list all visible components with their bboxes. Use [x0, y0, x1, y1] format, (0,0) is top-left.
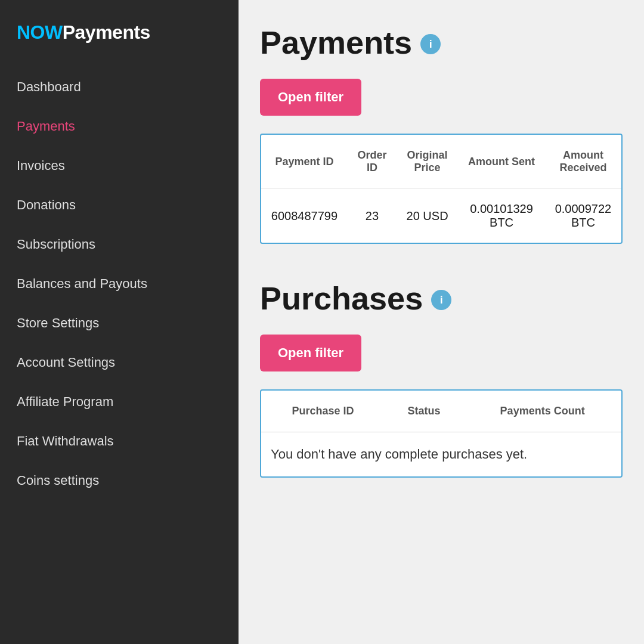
sidebar-item-account-settings[interactable]: Account Settings [0, 343, 239, 382]
payments-table: Payment IDOrderIDOriginalPriceAmount Sen… [261, 135, 621, 243]
payments-table-head: Payment IDOrderIDOriginalPriceAmount Sen… [261, 135, 621, 189]
payments-table-cell: 23 [348, 189, 397, 243]
nav-menu: DashboardPaymentsInvoicesDonationsSubscr… [0, 67, 239, 644]
purchases-title: Purchases [260, 280, 423, 317]
purchases-table-column-header: Status [385, 391, 463, 432]
sidebar-item-donations[interactable]: Donations [0, 185, 239, 225]
sidebar-item-balances-payouts[interactable]: Balances and Payouts [0, 264, 239, 304]
purchases-table-column-header: Payments Count [463, 391, 621, 432]
payments-table-cell: 0.00101329BTC [458, 189, 545, 243]
payments-table-cell: 6008487799 [261, 189, 348, 243]
purchases-info-icon[interactable]: i [431, 290, 451, 310]
sidebar-item-payments[interactable]: Payments [0, 107, 239, 146]
purchases-table: Purchase IDStatusPayments Count [261, 391, 621, 432]
purchases-table-head: Purchase IDStatusPayments Count [261, 391, 621, 432]
payments-table-body: 60084877992320 USD0.00101329BTC0.0009722… [261, 189, 621, 243]
sidebar-item-store-settings[interactable]: Store Settings [0, 304, 239, 343]
logo-payments: Payments [63, 21, 150, 43]
sidebar-item-invoices[interactable]: Invoices [0, 146, 239, 185]
purchases-table-column-header: Purchase ID [261, 391, 385, 432]
main-content: Payments i Open filter Payment IDOrderID… [239, 0, 644, 644]
payments-table-header-row: Payment IDOrderIDOriginalPriceAmount Sen… [261, 135, 621, 189]
sidebar: NOWPayments DashboardPaymentsInvoicesDon… [0, 0, 239, 644]
payments-title: Payments [260, 24, 412, 61]
payments-section-header: Payments i [260, 24, 623, 61]
purchases-open-filter-button[interactable]: Open filter [260, 335, 361, 371]
payments-info-icon[interactable]: i [420, 34, 441, 54]
logo-area: NOWPayments [0, 0, 239, 67]
payments-table-column-header: AmountReceived [545, 135, 621, 189]
sidebar-item-fiat-withdrawals[interactable]: Fiat Withdrawals [0, 422, 239, 461]
purchases-table-header-row: Purchase IDStatusPayments Count [261, 391, 621, 432]
sidebar-item-dashboard[interactable]: Dashboard [0, 67, 239, 107]
payments-table-wrapper: Payment IDOrderIDOriginalPriceAmount Sen… [260, 134, 623, 244]
purchases-section-header: Purchases i [260, 280, 623, 317]
sidebar-item-affiliate-program[interactable]: Affiliate Program [0, 382, 239, 422]
payments-table-column-header: OriginalPrice [397, 135, 458, 189]
payments-table-cell: 0.0009722BTC [545, 189, 621, 243]
purchases-empty-message: You don't have any complete purchases ye… [261, 432, 621, 476]
payments-open-filter-button[interactable]: Open filter [260, 79, 361, 116]
sidebar-item-coins-settings[interactable]: Coins settings [0, 461, 239, 500]
payments-table-row: 60084877992320 USD0.00101329BTC0.0009722… [261, 189, 621, 243]
payments-table-column-header: Amount Sent [458, 135, 545, 189]
payments-table-column-header: OrderID [348, 135, 397, 189]
sidebar-item-subscriptions[interactable]: Subscriptions [0, 225, 239, 264]
payments-table-column-header: Payment ID [261, 135, 348, 189]
logo-now: NOW [17, 21, 63, 43]
payments-table-cell: 20 USD [397, 189, 458, 243]
purchases-table-wrapper: Purchase IDStatusPayments Count You don'… [260, 389, 623, 478]
